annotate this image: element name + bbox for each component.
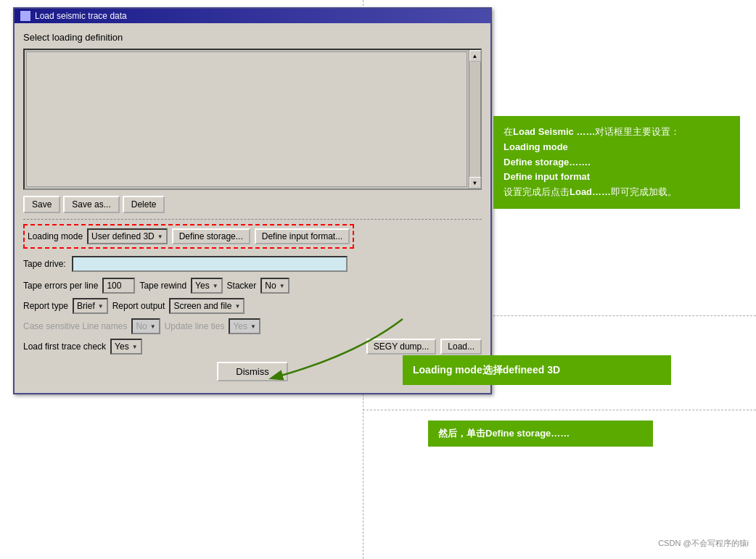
report-output-arrow-icon: ▼ <box>234 303 240 310</box>
listbox[interactable]: ▲ ▼ <box>23 49 482 190</box>
load-first-trace-label: Load first trace check <box>23 341 106 352</box>
stacker-dropdown[interactable]: No ▼ <box>260 278 289 294</box>
annotation-box-1: 在Load Seismic ……对话框里主要设置： Loading mode D… <box>493 116 740 209</box>
stacker-label: Stacker <box>227 281 257 291</box>
titlebar: Load seismic trace data <box>15 9 490 23</box>
tape-drive-label: Tape drive: <box>23 259 66 269</box>
stacker-value: No <box>265 281 276 291</box>
horizontal-divider-2 <box>363 410 756 410</box>
report-type-label: Report type <box>23 301 68 311</box>
stacker-arrow-icon: ▼ <box>279 283 285 289</box>
loading-mode-row: Loading mode User defined 3D ▼ Define st… <box>23 224 354 249</box>
loading-mode-value: User defined 3D <box>91 231 155 241</box>
save-button[interactable]: Save <box>23 196 60 213</box>
load-button[interactable]: Load... <box>440 339 482 355</box>
dropdown-arrow-icon: ▼ <box>157 233 163 240</box>
report-type-value: Brief <box>77 301 95 311</box>
case-sensitive-arrow-icon: ▼ <box>150 323 156 330</box>
load-first-trace-dropdown[interactable]: Yes ▼ <box>110 339 142 355</box>
scroll-thumb[interactable] <box>470 62 480 177</box>
listbox-content <box>26 51 467 187</box>
watermark: CSDN @不会写程序的猿i <box>658 538 749 549</box>
scrollbar[interactable]: ▲ ▼ <box>469 50 480 189</box>
tape-rewind-value: Yes <box>195 281 210 291</box>
tape-rewind-label: Tape rewind <box>139 281 186 291</box>
define-storage-button[interactable]: Define storage... <box>172 228 250 244</box>
tape-rewind-arrow-icon: ▼ <box>213 283 218 289</box>
annotation-box-2: Loading mode选择defineed 3D <box>403 355 671 385</box>
report-output-label: Report output <box>112 301 165 311</box>
tape-rewind-dropdown[interactable]: Yes ▼ <box>191 278 223 294</box>
define-input-format-button[interactable]: Define input format... <box>255 228 350 244</box>
loading-mode-label: Loading mode <box>28 231 83 241</box>
report-type-arrow-icon: ▼ <box>98 303 104 310</box>
scroll-down-arrow[interactable]: ▼ <box>469 177 481 189</box>
case-sensitive-dropdown: No ▼ <box>131 318 160 334</box>
case-sensitive-label: Case sensitive Line names <box>23 321 127 331</box>
window-icon <box>20 11 30 21</box>
tape-errors-label: Tape errors per line <box>23 281 98 291</box>
load-first-trace-arrow-icon: ▼ <box>132 344 138 350</box>
scroll-up-arrow[interactable]: ▲ <box>469 50 481 62</box>
case-sensitive-value: No <box>136 321 147 331</box>
arrow-svg-1 <box>196 312 414 399</box>
load-first-trace-value: Yes <box>115 341 129 352</box>
separator-1 <box>23 219 482 220</box>
annotation-box-3: 然后，单击Define storage…… <box>428 421 653 447</box>
tape-drive-row: Tape drive: <box>23 256 482 272</box>
tape-drive-input[interactable] <box>72 256 348 272</box>
delete-button[interactable]: Delete <box>123 196 165 213</box>
tape-errors-row: Tape errors per line Tape rewind Yes ▼ S… <box>23 278 482 294</box>
save-as-button[interactable]: Save as... <box>63 196 119 213</box>
report-output-value: Screen and file <box>173 301 231 311</box>
section-label: Select loading definition <box>23 32 482 43</box>
loading-mode-dropdown[interactable]: User defined 3D ▼ <box>87 228 168 244</box>
tape-errors-input[interactable] <box>102 278 135 294</box>
listbox-button-row: Save Save as... Delete <box>23 196 482 213</box>
report-type-dropdown[interactable]: Brief ▼ <box>73 298 108 314</box>
dialog-title: Load seismic trace data <box>35 11 127 21</box>
